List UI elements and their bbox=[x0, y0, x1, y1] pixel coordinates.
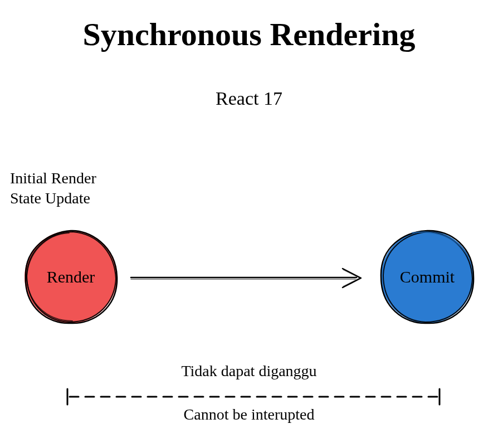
caption-indonesian: Tidak dapat diganggu bbox=[181, 362, 316, 380]
arrow-icon bbox=[128, 262, 368, 295]
dashed-span-icon bbox=[64, 386, 443, 408]
commit-label: Commit bbox=[400, 267, 455, 286]
trigger-line-2: State Update bbox=[10, 188, 96, 208]
trigger-line-1: Initial Render bbox=[10, 168, 96, 188]
render-node: Render bbox=[22, 228, 119, 325]
diagram-subtitle: React 17 bbox=[216, 88, 282, 109]
diagram-title: Synchronous Rendering bbox=[83, 16, 416, 53]
trigger-list: Initial Render State Update bbox=[10, 168, 96, 209]
commit-node: Commit bbox=[379, 228, 476, 325]
caption-english: Cannot be interupted bbox=[184, 406, 315, 423]
render-label: Render bbox=[47, 267, 95, 286]
